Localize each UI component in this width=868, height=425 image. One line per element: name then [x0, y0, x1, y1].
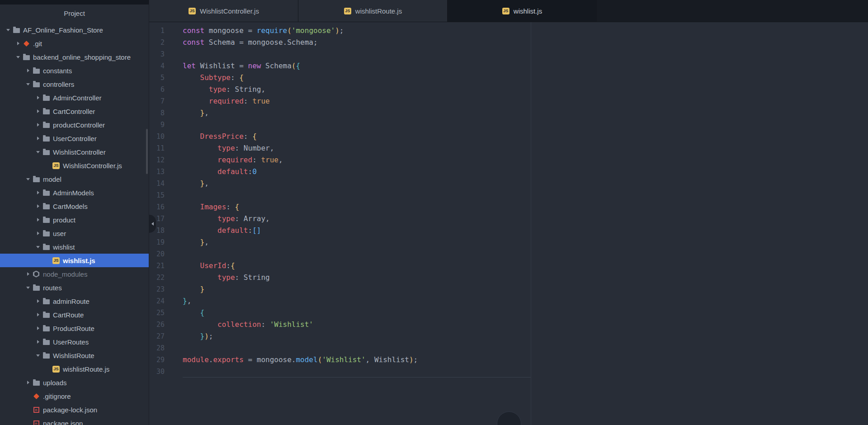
tree-item-UserController[interactable]: UserController — [0, 132, 149, 145]
code-line-3[interactable] — [183, 48, 868, 60]
code-token: UserId — [200, 261, 226, 270]
tree-item-productController[interactable]: productController — [0, 118, 149, 132]
chevron-right-icon[interactable] — [34, 91, 42, 104]
chevron-down-icon[interactable] — [24, 77, 32, 91]
code-line-18[interactable]: default:[] — [183, 225, 868, 236]
tree-item-ProductRoute[interactable]: ProductRoute — [0, 321, 149, 335]
chevron-right-icon[interactable] — [34, 104, 42, 118]
tree-item-AF_Online_Fashion_Store[interactable]: AF_Online_Fashion_Store — [0, 23, 149, 37]
code-line-4[interactable]: let Wishlist = new Schema({ — [183, 60, 868, 72]
tree-item-adminRoute[interactable]: adminRoute — [0, 294, 149, 308]
code-line-29[interactable]: module.exports = mongoose.model('Wishlis… — [183, 354, 868, 366]
line-number: 20 — [149, 248, 183, 260]
tree-item-CartRoute[interactable]: CartRoute — [0, 308, 149, 321]
code-line-6[interactable]: type: String, — [183, 84, 868, 95]
tree-item-package-lock.json[interactable]: npackage-lock.json — [0, 403, 149, 416]
code-line-25[interactable]: { — [183, 307, 868, 319]
chevron-right-icon[interactable] — [34, 213, 42, 227]
tree-item-user[interactable]: user — [0, 227, 149, 240]
chevron-down-icon[interactable] — [34, 349, 42, 362]
folder-icon — [32, 172, 41, 186]
code-line-27[interactable]: }); — [183, 331, 868, 342]
code[interactable]: const mongoose = require('mongoose');con… — [183, 22, 868, 425]
tree-item-uploads[interactable]: uploads — [0, 376, 149, 389]
chevron-right-icon[interactable] — [24, 267, 32, 281]
code-line-9[interactable] — [183, 119, 868, 131]
tree-item-CartController[interactable]: CartController — [0, 104, 149, 118]
folder-icon — [32, 281, 41, 294]
chevron-down-icon[interactable] — [24, 172, 32, 186]
tree-item-.git[interactable]: .git — [0, 37, 149, 50]
code-line-14[interactable]: }, — [183, 178, 868, 189]
code-line-16[interactable]: Images: { — [183, 201, 868, 213]
code-line-23[interactable]: } — [183, 283, 868, 295]
tree-item-CartModels[interactable]: CartModels — [0, 199, 149, 213]
code-line-20[interactable] — [183, 248, 868, 260]
code-line-10[interactable]: DressPrice: { — [183, 131, 868, 142]
code-line-19[interactable]: }, — [183, 236, 868, 248]
tree-item-WishlistController.js[interactable]: JSWishlistController.js — [0, 159, 149, 172]
code-line-8[interactable]: }, — [183, 107, 868, 119]
chevron-right-icon[interactable] — [34, 227, 42, 240]
code-line-15[interactable] — [183, 189, 868, 201]
chevron-right-icon[interactable] — [34, 132, 42, 145]
chevron-right-icon[interactable] — [24, 376, 32, 389]
chevron-down-icon[interactable] — [24, 281, 32, 294]
tree-item-backend_online_shopping_store[interactable]: backend_online_shopping_store — [0, 50, 149, 64]
tree-item-wishlist.js[interactable]: JSwishlist.js — [0, 254, 149, 267]
chevron-right-icon[interactable] — [14, 37, 22, 50]
tree-item-AdminController[interactable]: AdminController — [0, 91, 149, 104]
code-line-2[interactable]: const Schema = mongoose.Schema; — [183, 37, 868, 48]
code-token — [183, 261, 200, 270]
code-line-11[interactable]: type: Number, — [183, 142, 868, 154]
code-line-30[interactable] — [183, 366, 868, 378]
code-line-24[interactable]: }, — [183, 295, 868, 307]
chevron-down-icon[interactable] — [14, 50, 22, 64]
code-line-5[interactable]: Subtype: { — [183, 72, 868, 84]
chevron-down-icon[interactable] — [34, 145, 42, 159]
chevron-right-icon[interactable] — [34, 186, 42, 199]
chevron-right-icon[interactable] — [34, 308, 42, 321]
code-line-7[interactable]: required: true — [183, 95, 868, 107]
code-line-13[interactable]: default:0 — [183, 166, 868, 178]
tree-item-WishlistController[interactable]: WishlistController — [0, 145, 149, 159]
git-icon — [32, 389, 41, 403]
tree-item-constants[interactable]: constants — [0, 64, 149, 77]
tree-item-AdminModels[interactable]: AdminModels — [0, 186, 149, 199]
tree-item-node_modules[interactable]: node_modules — [0, 267, 149, 281]
tab-wishlistRoute.js[interactable]: JSwishlistRoute.js — [298, 0, 448, 22]
code-line-22[interactable]: type: String — [183, 272, 868, 283]
tree-item-UserRoutes[interactable]: UserRoutes — [0, 335, 149, 349]
tree-scrollbar[interactable] — [146, 129, 148, 174]
code-token: } — [200, 109, 205, 117]
chevron-right-icon[interactable] — [34, 118, 42, 132]
tree-item-product[interactable]: product — [0, 213, 149, 227]
chevron-right-icon[interactable] — [34, 321, 42, 335]
code-line-12[interactable]: required: true, — [183, 154, 868, 166]
chevron-right-icon[interactable] — [34, 199, 42, 213]
tree-item-wishlistRoute.js[interactable]: JSwishlistRoute.js — [0, 362, 149, 376]
chevron-right-icon[interactable] — [34, 294, 42, 308]
chevron-right-icon[interactable] — [24, 64, 32, 77]
tree-item-routes[interactable]: routes — [0, 281, 149, 294]
tab-label: wishlistRoute.js — [355, 7, 402, 15]
code-line-26[interactable]: collection: 'Wishlist' — [183, 319, 868, 331]
tree-item-model[interactable]: model — [0, 172, 149, 186]
code-line-1[interactable]: const mongoose = require('mongoose'); — [183, 25, 868, 37]
tree-item-wishlist[interactable]: wishlist — [0, 240, 149, 254]
chevron-down-icon[interactable] — [5, 23, 12, 37]
tab-WishlistController.js[interactable]: JSWishlistController.js — [149, 0, 298, 22]
chevron-right-icon[interactable] — [34, 335, 42, 349]
code-line-21[interactable]: UserId:{ — [183, 260, 868, 272]
tree-item-.gitignore[interactable]: .gitignore — [0, 389, 149, 403]
tree-item-label: user — [53, 230, 66, 237]
line-number: 6 — [149, 84, 183, 95]
chevron-down-icon[interactable] — [34, 240, 42, 254]
code-line-17[interactable]: type: Array, — [183, 213, 868, 225]
tree-item-WishlistRoute[interactable]: WishlistRoute — [0, 349, 149, 362]
project-panel-header[interactable]: Project — [0, 5, 149, 22]
code-line-28[interactable] — [183, 342, 868, 354]
tree-item-controllers[interactable]: controllers — [0, 77, 149, 91]
tree-item-package.json[interactable]: npackage.json — [0, 416, 149, 425]
tab-wishlist.js[interactable]: JSwishlist.js — [448, 0, 597, 22]
